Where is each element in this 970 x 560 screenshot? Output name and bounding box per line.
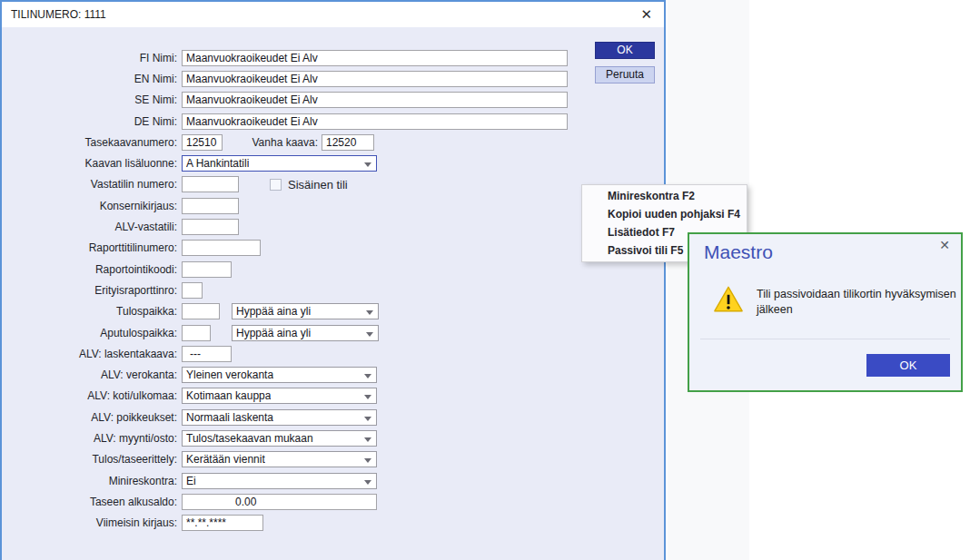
konsernikirjaus-label: Konsernikirjaus:	[2, 200, 182, 212]
alv-verokanta-label: ALV: verokanta:	[2, 368, 182, 381]
raportointikoodi-input[interactable]	[182, 261, 232, 278]
taseen-alkusaldo-input[interactable]	[182, 494, 377, 510]
minireskontra-select[interactable]: Ei	[182, 473, 377, 489]
vastatilin-numero-input[interactable]	[182, 176, 239, 192]
vanha-kaava-label: Vanha kaava:	[223, 136, 322, 149]
select-value: Ei	[186, 475, 196, 487]
ok-button[interactable]: OK	[595, 42, 655, 59]
form-row: Viimeisin kirjaus:	[2, 513, 583, 534]
select-value: Hyppää aina yli	[236, 305, 311, 318]
en-nimi-label: EN Nimi:	[2, 73, 182, 85]
alv-laskentakaava-input[interactable]	[182, 346, 232, 362]
form-row: DE Nimi:	[2, 111, 583, 132]
sisainen-tili-checkbox[interactable]	[270, 179, 282, 191]
select-value: Kerätään viennit	[186, 453, 265, 466]
form-row: ALV: poikkeukset: Normaali laskenta	[2, 407, 583, 427]
aputulospaikka-input[interactable]	[182, 325, 211, 341]
alv-myynti-osto-select[interactable]: Tulos/tasekaavan mukaan	[182, 430, 377, 447]
vanha-kaava-input[interactable]	[322, 134, 374, 151]
viimeisin-kirjaus-label: Viimeisin kirjaus:	[2, 516, 182, 529]
tulospaikka-label: Tulospaikka:	[2, 305, 182, 318]
chevron-down-icon	[364, 395, 371, 399]
close-icon[interactable]: ✕	[640, 6, 652, 23]
chevron-down-icon	[366, 310, 373, 315]
alv-verokanta-select[interactable]: Yleinen verokanta	[182, 367, 377, 383]
konsernikirjaus-input[interactable]	[182, 198, 239, 214]
tulos-taseerittely-select[interactable]: Kerätään viennit	[182, 451, 377, 467]
raporttitilinumero-label: Raporttitilinumero:	[2, 241, 182, 254]
dialog-title: TILINUMERO: 1111	[11, 8, 106, 21]
form-row: SE Nimi:	[2, 90, 583, 111]
alv-vastatili-input[interactable]	[182, 219, 239, 235]
se-nimi-label: SE Nimi:	[2, 93, 182, 106]
account-form: FI Nimi: EN Nimi: SE Nimi: DE Nimi: Tase…	[2, 47, 583, 534]
tulospaikka-input[interactable]	[182, 303, 220, 319]
kaavan-lisaluonne-label: Kaavan lisäluonne:	[2, 157, 182, 170]
form-row: Taseen alkusaldo:	[2, 491, 583, 512]
select-value: Kotimaan kauppa	[186, 389, 271, 402]
en-nimi-input[interactable]	[182, 71, 568, 87]
de-nimi-label: DE Nimi:	[2, 115, 182, 128]
popup-title: Maestro	[704, 241, 773, 263]
menu-item-kopioi-uuden-pohjaksi[interactable]: Kopioi uuden pohjaksi F4	[582, 205, 747, 223]
form-row: Tasekaavanumero: Vanha kaava:	[2, 132, 583, 152]
popup-message: Tili passivoidaan tilikortin hyväksymise…	[757, 287, 956, 318]
account-dialog: TILINUMERO: 1111 ✕ FI Nimi: EN Nimi: SE …	[0, 0, 666, 560]
tasekaavanumero-input[interactable]	[182, 134, 223, 151]
chevron-down-icon	[364, 437, 371, 442]
alv-poikkeukset-select[interactable]: Normaali laskenta	[182, 409, 377, 426]
chevron-down-icon	[364, 417, 371, 421]
form-row: ALV: verokanta: Yleinen verokanta	[2, 364, 583, 385]
alv-koti-ulkomaa-select[interactable]: Kotimaan kauppa	[182, 388, 377, 404]
vastatilin-numero-label: Vastatilin numero:	[2, 178, 182, 191]
chevron-down-icon	[364, 458, 371, 463]
select-value: Normaali laskenta	[186, 411, 273, 424]
alv-laskentakaava-label: ALV: laskentakaava:	[2, 348, 182, 360]
raporttitilinumero-input[interactable]	[182, 240, 261, 256]
maestro-warning-popup: Maestro ✕ Tili passivoidaan tilikortin h…	[688, 232, 963, 392]
form-row: Raporttitilinumero:	[2, 238, 583, 259]
form-row: Tulospaikka: Hyppää aina yli	[2, 301, 583, 322]
viimeisin-kirjaus-input[interactable]	[182, 515, 263, 531]
close-icon[interactable]: ✕	[939, 238, 950, 252]
de-nimi-input[interactable]	[182, 113, 568, 130]
sisainen-tili-label: Sisäinen tili	[288, 178, 348, 192]
alv-myynti-osto-label: ALV: myynti/osto:	[2, 432, 182, 445]
form-row: ALV-vastatili:	[2, 216, 583, 237]
chevron-down-icon	[366, 332, 373, 337]
form-row: Erityisraporttinro:	[2, 280, 583, 300]
kaavan-lisaluonne-select[interactable]: A Hankintatili	[182, 155, 377, 172]
tasekaavanumero-label: Tasekaavanumero:	[2, 136, 182, 149]
chevron-down-icon	[364, 374, 371, 378]
form-row: FI Nimi:	[2, 47, 583, 68]
tulos-taseerittely-label: Tulos/taseerittely:	[2, 453, 182, 466]
form-row: Raportointikoodi:	[2, 259, 583, 280]
menu-item-minireskontra[interactable]: Minireskontra F2	[582, 187, 747, 205]
select-value: Yleinen verokanta	[186, 368, 273, 381]
form-row: Tulos/taseerittely: Kerätään viennit	[2, 449, 583, 470]
chevron-down-icon	[364, 162, 371, 167]
fi-nimi-input[interactable]	[182, 50, 568, 66]
alv-poikkeukset-label: ALV: poikkeukset:	[2, 411, 182, 424]
aputulospaikka-select[interactable]: Hyppää aina yli	[232, 325, 379, 341]
erityisraporttinro-input[interactable]	[182, 282, 203, 299]
popup-ok-button[interactable]: OK	[866, 354, 950, 377]
select-value: Hyppää aina yli	[236, 327, 311, 339]
form-row: ALV: myynti/osto: Tulos/tasekaavan mukaa…	[2, 427, 583, 448]
form-row: Konsernikirjaus:	[2, 195, 583, 216]
alv-vastatili-label: ALV-vastatili:	[2, 221, 182, 233]
fi-nimi-label: FI Nimi:	[2, 52, 182, 64]
aputulospaikka-label: Aputulospaikka:	[2, 327, 182, 339]
raportointikoodi-label: Raportointikoodi:	[2, 263, 182, 276]
form-row: Aputulospaikka: Hyppää aina yli	[2, 322, 583, 343]
alv-koti-ulkomaa-label: ALV: koti/ulkomaa:	[2, 389, 182, 402]
form-row: EN Nimi:	[2, 68, 583, 89]
cancel-button[interactable]: Peruuta	[595, 66, 655, 84]
minireskontra-label: Minireskontra:	[2, 475, 182, 487]
tulospaikka-select[interactable]: Hyppää aina yli	[232, 303, 379, 319]
warning-triangle-icon	[713, 285, 744, 316]
form-row: Minireskontra: Ei	[2, 470, 583, 491]
form-row: Vastatilin numero: Sisäinen tili	[2, 174, 583, 195]
chevron-down-icon	[364, 480, 371, 485]
se-nimi-input[interactable]	[182, 92, 568, 108]
